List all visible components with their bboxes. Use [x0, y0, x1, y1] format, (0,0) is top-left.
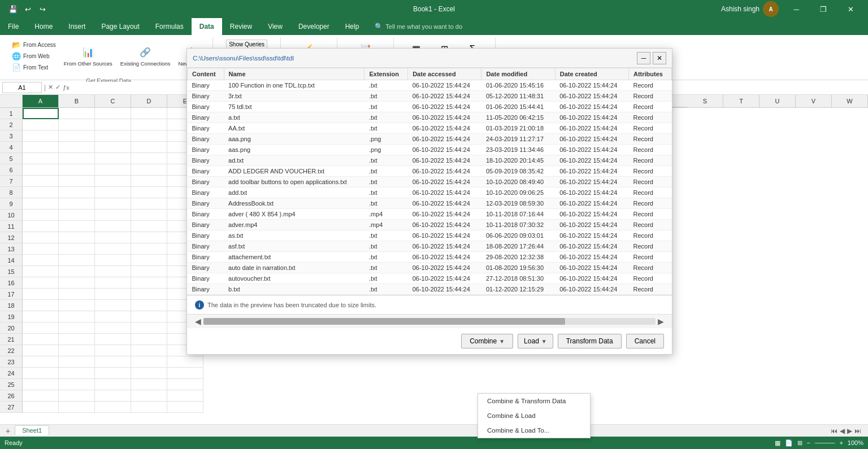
cell-1-2[interactable]	[95, 108, 131, 119]
cell-5-1[interactable]	[59, 153, 95, 164]
tab-home[interactable]: Home	[27, 18, 60, 35]
cell-23-2[interactable]	[95, 356, 131, 368]
cell-14-1[interactable]	[59, 255, 95, 266]
cell-15-3[interactable]	[131, 266, 167, 277]
cell-20-1[interactable]	[59, 322, 95, 334]
from-other-sources-button[interactable]: 📊 From Other Sources	[61, 44, 115, 68]
table-row[interactable]: Binary add toolbar buttons to open appli…	[188, 177, 672, 188]
table-row[interactable]: Binary auto date in narration.txt .txt 0…	[188, 263, 672, 273]
cell-7-3[interactable]	[131, 176, 167, 187]
table-row[interactable]: Binary AddressBook.txt .txt 06-10-2022 1…	[188, 198, 672, 209]
sheet-nav-next[interactable]: ▶	[847, 427, 852, 435]
cell-18-1[interactable]	[59, 300, 95, 311]
col-header-A[interactable]: A	[23, 95, 59, 107]
cell-12-2[interactable]	[95, 232, 131, 243]
cell-2-1[interactable]	[59, 119, 95, 130]
cell-17-1[interactable]	[59, 289, 95, 300]
close-button[interactable]: ✕	[837, 0, 863, 18]
cell-reference-input[interactable]	[2, 82, 42, 93]
combine-button[interactable]: Combine ▼	[461, 334, 513, 348]
cell-5-2[interactable]	[95, 153, 131, 164]
cell-15-1[interactable]	[59, 266, 95, 277]
scroll-left-btn[interactable]: ◀	[195, 317, 201, 326]
cell-22-1[interactable]	[59, 345, 95, 356]
minimize-button[interactable]: ─	[783, 0, 809, 18]
table-row[interactable]: Binary a.txt .txt 06-10-2022 15:44:24 11…	[188, 112, 672, 123]
table-row[interactable]: Binary AA.txt .txt 06-10-2022 15:44:24 0…	[188, 123, 672, 134]
table-row[interactable]: Binary aas.png .png 06-10-2022 15:44:24 …	[188, 145, 672, 155]
cell-5-0[interactable]	[23, 153, 59, 164]
cell-18-2[interactable]	[95, 300, 131, 311]
cell-11-3[interactable]	[131, 221, 167, 232]
cell-14-0[interactable]	[23, 255, 59, 266]
cell-3-1[interactable]	[59, 130, 95, 142]
tab-formulas[interactable]: Formulas	[147, 18, 192, 35]
col-header-T[interactable]: T	[723, 95, 760, 107]
existing-connections-button[interactable]: 🔗 Existing Connections	[118, 44, 173, 68]
cell-27-3[interactable]	[131, 402, 167, 413]
cell-10-0[interactable]	[23, 210, 59, 221]
cell-4-3[interactable]	[131, 142, 167, 153]
cell-2-3[interactable]	[131, 119, 167, 130]
cancel-formula-icon[interactable]: ✕	[48, 84, 53, 91]
cell-21-3[interactable]	[131, 334, 167, 345]
table-row[interactable]: Binary attachement.txt .txt 06-10-2022 1…	[188, 252, 672, 263]
table-row[interactable]: Binary 75 tdl.txt .txt 06-10-2022 15:44:…	[188, 102, 672, 112]
cell-26-2[interactable]	[95, 390, 131, 402]
col-header-S[interactable]: S	[687, 95, 723, 107]
redo-button[interactable]: ↪	[36, 3, 49, 15]
table-row[interactable]: Binary b.txt .txt 06-10-2022 15:44:24 01…	[188, 284, 672, 295]
cell-12-3[interactable]	[131, 232, 167, 243]
cell-15-0[interactable]	[23, 266, 59, 277]
cell-10-2[interactable]	[95, 210, 131, 221]
cell-19-1[interactable]	[59, 311, 95, 322]
tab-developer[interactable]: Developer	[290, 18, 337, 35]
cell-4-2[interactable]	[95, 142, 131, 153]
cell-9-1[interactable]	[59, 198, 95, 210]
cell-24-0[interactable]	[23, 368, 59, 379]
cell-25-2[interactable]	[95, 379, 131, 390]
col-date-accessed[interactable]: Date accessed	[408, 68, 481, 80]
insert-function-icon[interactable]: ƒx	[63, 84, 70, 91]
from-text-button[interactable]: 📄 From Text	[9, 62, 59, 73]
cell-20-3[interactable]	[131, 322, 167, 334]
cell-25-4[interactable]	[167, 379, 203, 390]
cell-8-3[interactable]	[131, 187, 167, 198]
tab-insert[interactable]: Insert	[60, 18, 93, 35]
cell-8-0[interactable]	[23, 187, 59, 198]
cell-7-0[interactable]	[23, 176, 59, 187]
table-row[interactable]: Binary adver.mp4 .mp4 06-10-2022 15:44:2…	[188, 220, 672, 230]
col-name[interactable]: Name	[224, 68, 364, 80]
cell-17-0[interactable]	[23, 289, 59, 300]
cell-15-2[interactable]	[95, 266, 131, 277]
cell-13-3[interactable]	[131, 243, 167, 255]
cell-10-1[interactable]	[59, 210, 95, 221]
cell-22-2[interactable]	[95, 345, 131, 356]
cell-23-3[interactable]	[131, 356, 167, 368]
cell-3-2[interactable]	[95, 130, 131, 142]
status-view-pagebreak[interactable]: ⊞	[797, 439, 802, 447]
cell-13-0[interactable]	[23, 243, 59, 255]
status-zoom-out[interactable]: −	[807, 439, 810, 446]
cell-26-3[interactable]	[131, 390, 167, 402]
cell-20-2[interactable]	[95, 322, 131, 334]
col-header-V[interactable]: V	[796, 95, 832, 107]
scroll-track[interactable]	[203, 318, 656, 325]
combine-transform-item[interactable]: Combine & Transform Data	[478, 394, 590, 408]
cell-16-1[interactable]	[59, 277, 95, 289]
cell-22-0[interactable]	[23, 345, 59, 356]
cell-19-2[interactable]	[95, 311, 131, 322]
cell-26-0[interactable]	[23, 390, 59, 402]
cell-3-3[interactable]	[131, 130, 167, 142]
cell-6-2[interactable]	[95, 164, 131, 176]
cell-21-0[interactable]	[23, 334, 59, 345]
scroll-right-btn[interactable]: ▶	[658, 317, 664, 326]
cell-8-1[interactable]	[59, 187, 95, 198]
cell-9-0[interactable]	[23, 198, 59, 210]
cell-23-0[interactable]	[23, 356, 59, 368]
table-row[interactable]: Binary adver ( 480 X 854 ).mp4 .mp4 06-1…	[188, 209, 672, 220]
status-zoom-in[interactable]: +	[839, 439, 843, 446]
status-zoom-bar[interactable]: ─────	[815, 440, 835, 446]
cell-25-3[interactable]	[131, 379, 167, 390]
transform-data-button[interactable]: Transform Data	[558, 334, 622, 348]
